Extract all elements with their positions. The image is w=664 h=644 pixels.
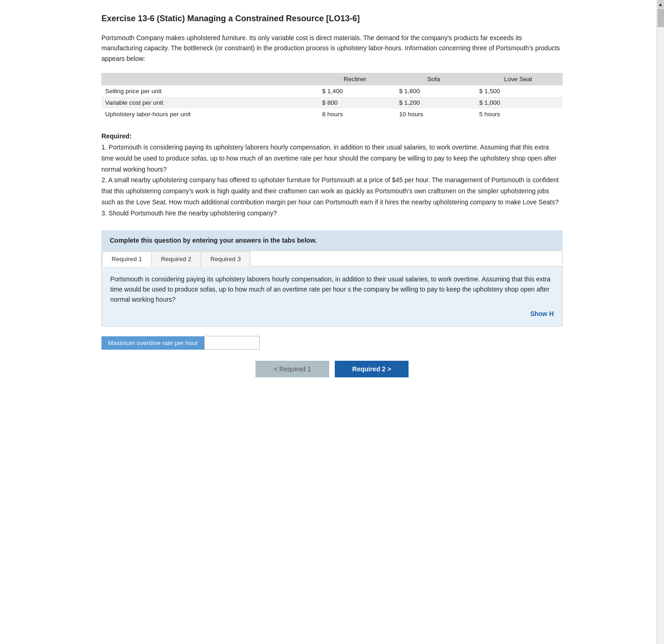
row-loveseat: $ 1,500 — [474, 85, 563, 97]
tab-bar: Required 1 Required 2 Required 3 — [102, 251, 562, 267]
row-loveseat: $ 1,000 — [474, 97, 563, 108]
intro-text: Portsmouth Company makes upholstered fur… — [101, 33, 563, 64]
row-label: Upholstery labor-hours per unit — [101, 108, 316, 120]
tab-required-3[interactable]: Required 3 — [201, 251, 250, 267]
table-header-recliner: Recliner — [316, 73, 393, 85]
page-title: Exercise 13-6 (Static) Managing a Constr… — [101, 14, 563, 24]
row-sofa: $ 1,200 — [393, 97, 474, 108]
table-row: Variable cost per unit $ 800 $ 1,200 $ 1… — [101, 97, 563, 108]
product-table: Recliner Sofa Love Seat Selling price pe… — [101, 73, 563, 120]
tabs-container: Required 1 Required 2 Required 3 Portsmo… — [101, 250, 563, 327]
nav-buttons: < Required 1 Required 2 > — [101, 361, 563, 377]
table-row: Upholstery labor-hours per unit 8 hours … — [101, 108, 563, 120]
table-header-empty — [101, 73, 316, 85]
table-row: Selling price per unit $ 1,400 $ 1,800 $… — [101, 85, 563, 97]
required-label: Required: — [101, 132, 131, 140]
next-button[interactable]: Required 2 > — [335, 361, 409, 377]
answer-input[interactable] — [204, 336, 260, 350]
answer-label: Maximum overtime rate per hour — [101, 336, 204, 350]
instruction-box: Complete this question by entering your … — [101, 230, 563, 250]
row-label: Selling price per unit — [101, 85, 316, 97]
scroll-thumb[interactable] — [658, 9, 664, 27]
row-loveseat: 5 hours — [474, 108, 563, 120]
required-item-3: 3. Should Portsmouth hire the nearby uph… — [101, 209, 277, 217]
row-recliner: $ 1,400 — [316, 85, 393, 97]
prev-button[interactable]: < Required 1 — [255, 361, 329, 377]
tab-required-2[interactable]: Required 2 — [151, 251, 201, 267]
scroll-up-arrow[interactable]: ▲ — [658, 0, 664, 8]
tab-content-area: Portsmouth is considering paying its uph… — [102, 267, 562, 327]
row-sofa: $ 1,800 — [393, 85, 474, 97]
show-how-link[interactable]: Show H — [110, 309, 554, 319]
table-header-loveseat: Love Seat — [474, 73, 563, 85]
tab-content-text: Portsmouth is considering paying its uph… — [110, 275, 551, 304]
table-header-sofa: Sofa — [393, 73, 474, 85]
required-section: Required: 1. Portsmouth is considering p… — [101, 131, 563, 219]
answer-row: Maximum overtime rate per hour — [101, 336, 563, 350]
row-sofa: 10 hours — [393, 108, 474, 120]
row-recliner: 8 hours — [316, 108, 393, 120]
tab-required-1[interactable]: Required 1 — [102, 251, 152, 267]
required-item-2: 2. A small nearby upholstering company h… — [101, 176, 559, 206]
row-recliner: $ 800 — [316, 97, 393, 108]
row-label: Variable cost per unit — [101, 97, 316, 108]
required-item-1: 1. Portsmouth is considering paying its … — [101, 143, 557, 173]
